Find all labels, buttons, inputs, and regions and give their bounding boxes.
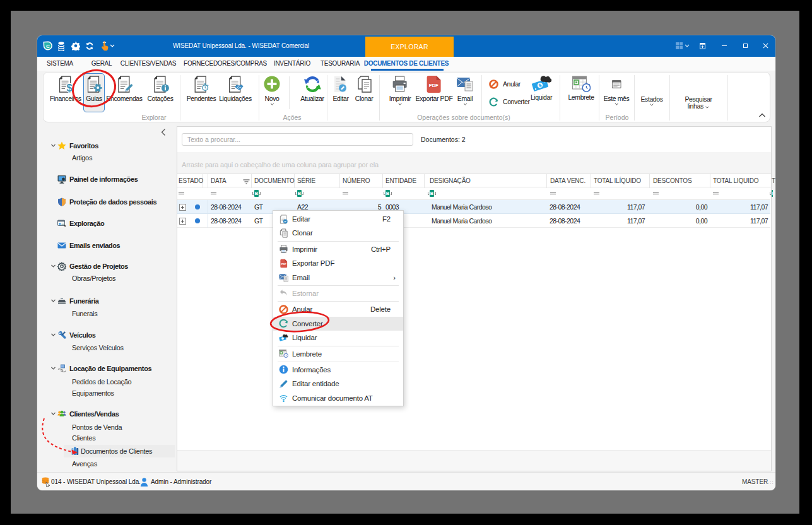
svg-text:PDF: PDF [281, 262, 287, 266]
svg-text:PDF: PDF [429, 82, 438, 88]
